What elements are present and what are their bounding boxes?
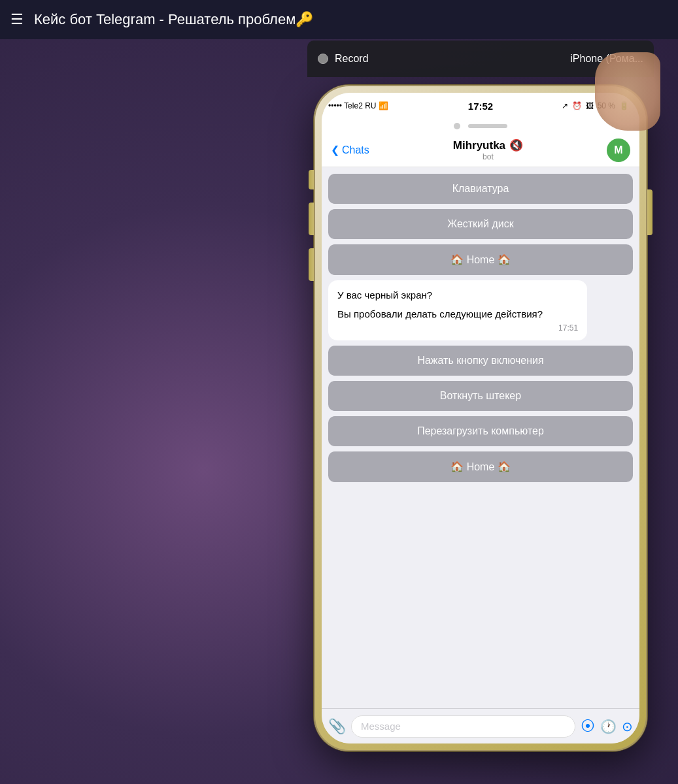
- keyboard-button[interactable]: Клавиатура: [328, 174, 633, 204]
- alarm-icon: ⏰: [572, 101, 582, 110]
- status-left: ••••• Tele2 RU 📶: [328, 101, 388, 110]
- record-label: Record: [335, 53, 369, 65]
- volume-down-button: [309, 248, 314, 281]
- chat-area[interactable]: Клавиатура Жесткий диск 🏠 Home 🏠 У вас ч…: [322, 167, 639, 708]
- menu-icon[interactable]: ☰: [10, 11, 24, 28]
- location-icon: ↗: [562, 101, 568, 110]
- record-left: Record: [318, 53, 369, 65]
- send-icon[interactable]: ⦿: [581, 718, 595, 735]
- message-line2: Вы пробовали делать следующие действия?: [337, 307, 578, 321]
- chevron-left-icon: ❮: [331, 144, 339, 156]
- notch-bar: [468, 124, 507, 128]
- avatar-letter: M: [614, 144, 622, 156]
- notch-circle: [454, 123, 460, 129]
- camera-icon[interactable]: ⊙: [622, 719, 633, 734]
- plug-button[interactable]: Воткнуть штекер: [328, 381, 633, 411]
- restart-button[interactable]: Перезагрузить компьютер: [328, 416, 633, 446]
- bot-name: Mihryutka: [453, 139, 505, 152]
- nav-bar: ❮ Chats Mihryutka 🔇 bot M: [322, 133, 639, 167]
- phone-container: Record iPhone (Рома... ••••• Tele2 RU 📶 …: [314, 85, 647, 751]
- record-dot: [318, 54, 328, 64]
- status-bar: ••••• Tele2 RU 📶 17:52 ↗ ⏰ 🖼 50 % 🔋: [322, 93, 639, 119]
- input-bar: 📎 Message ⦿ 🕐 ⊙: [322, 708, 639, 743]
- mute-button: [309, 170, 314, 189]
- phone-screen: ••••• Tele2 RU 📶 17:52 ↗ ⏰ 🖼 50 % 🔋: [322, 93, 639, 743]
- phone-frame: ••••• Tele2 RU 📶 17:52 ↗ ⏰ 🖼 50 % 🔋: [314, 85, 647, 751]
- header-title: Кейс бот Telegram - Решатель проблем🔑: [34, 11, 313, 28]
- audio-icon[interactable]: 🕐: [600, 719, 617, 734]
- avatar[interactable]: M: [607, 139, 630, 162]
- photo-icon: 🖼: [586, 101, 594, 110]
- back-label: Chats: [342, 144, 369, 156]
- carrier-text: ••••• Tele2 RU: [328, 101, 376, 110]
- message-input[interactable]: Message: [351, 715, 575, 738]
- back-button[interactable]: ❮ Chats: [331, 144, 369, 156]
- status-time: 17:52: [468, 101, 493, 112]
- attach-icon[interactable]: 📎: [328, 718, 346, 735]
- power-button: [647, 189, 653, 235]
- wifi-icon: 📶: [379, 101, 388, 110]
- bot-type: bot: [376, 152, 600, 161]
- header-bar: ☰ Кейс бот Telegram - Решатель проблем🔑: [0, 0, 678, 39]
- hand-overlay: [595, 52, 660, 131]
- power-btn-chat[interactable]: Нажать кнопку включения: [328, 346, 633, 376]
- input-actions: ⦿ 🕐 ⊙: [581, 718, 633, 735]
- mute-icon: 🔇: [509, 139, 523, 152]
- volume-up-button: [309, 203, 314, 235]
- message-placeholder: Message: [361, 721, 401, 732]
- nav-title: Mihryutka 🔇: [376, 139, 600, 152]
- message-bubble: У вас черный экран? Вы пробовали делать …: [328, 280, 587, 340]
- message-line1: У вас черный экран?: [337, 288, 578, 302]
- nav-center: Mihryutka 🔇 bot: [376, 139, 600, 161]
- home-button-bottom[interactable]: 🏠 Home 🏠: [328, 451, 633, 482]
- message-time: 17:51: [337, 323, 578, 333]
- notch-area: [322, 119, 639, 133]
- home-button-top[interactable]: 🏠 Home 🏠: [328, 244, 633, 275]
- harddisk-button[interactable]: Жесткий диск: [328, 209, 633, 239]
